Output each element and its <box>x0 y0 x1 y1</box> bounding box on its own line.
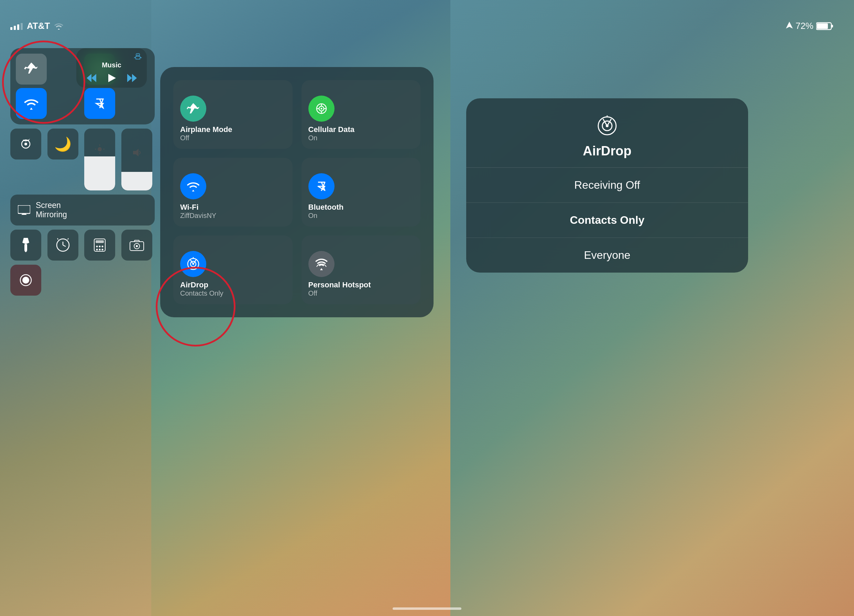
svg-point-29 <box>102 246 104 247</box>
wifi-status-icon <box>54 22 64 30</box>
svg-point-30 <box>96 249 98 251</box>
cellular-data-expanded-button[interactable]: Cellular Data On <box>302 80 421 149</box>
svg-marker-42 <box>127 74 132 82</box>
airplane-mode-sublabel: Off <box>180 134 189 142</box>
airplane-mode-icon <box>186 102 200 116</box>
wifi-button[interactable] <box>16 88 47 119</box>
svg-marker-39 <box>92 74 96 82</box>
cellular-data-label: Cellular Data <box>308 125 355 134</box>
cellular-data-icon <box>314 101 329 116</box>
svg-point-28 <box>99 246 101 247</box>
orientation-lock-icon <box>19 137 33 151</box>
expanded-control-center: Airplane Mode Off Cellular Data On <box>160 67 433 317</box>
brightness-icon <box>95 144 105 154</box>
flashlight-icon <box>21 238 30 252</box>
prev-track-icon[interactable] <box>87 74 96 82</box>
screen-mirroring-icon <box>18 205 30 215</box>
svg-rect-2 <box>817 23 828 29</box>
volume-icon <box>132 148 142 158</box>
bluetooth-expanded-button[interactable]: Bluetooth On <box>302 158 421 227</box>
svg-point-35 <box>136 245 138 247</box>
clock-button[interactable] <box>47 230 78 261</box>
music-widget: Music <box>76 48 147 88</box>
airplane-mode-label: Airplane Mode <box>180 125 232 134</box>
wifi-icon <box>23 97 40 110</box>
airdrop-sublabel: Contacts Only <box>180 290 223 297</box>
hotspot-sublabel: Off <box>308 290 317 297</box>
wifi-expanded-sublabel: ZiffDavisNY <box>180 212 216 220</box>
battery-area: 72% <box>786 21 833 31</box>
svg-marker-43 <box>132 74 137 82</box>
svg-rect-26 <box>96 240 104 243</box>
svg-point-46 <box>320 108 322 110</box>
svg-line-24 <box>68 238 69 239</box>
airplane-icon <box>23 61 39 77</box>
airdrop-everyone-option[interactable]: Everyone <box>466 238 748 273</box>
moon-icon: 🌙 <box>54 136 72 152</box>
screen-mirroring-label: ScreenMirroring <box>36 201 67 219</box>
svg-point-11 <box>24 143 27 145</box>
svg-point-31 <box>99 249 101 251</box>
right-panel-bg <box>450 0 854 616</box>
airdrop-contacts-only-option[interactable]: Contacts Only <box>466 203 748 238</box>
airdrop-receiving-off-option[interactable]: Receiving Off <box>466 168 748 203</box>
airdrop-button[interactable]: AirDrop Contacts Only <box>173 235 293 304</box>
bluetooth-expanded-icon <box>316 179 327 194</box>
location-icon <box>786 22 793 30</box>
bluetooth-button[interactable] <box>84 88 115 119</box>
svg-point-27 <box>96 246 98 247</box>
camera-button[interactable] <box>121 230 152 261</box>
clock-icon <box>55 238 70 253</box>
do-not-disturb-button[interactable]: 🌙 <box>47 128 78 160</box>
svg-point-37 <box>22 277 29 284</box>
hotspot-label: Personal Hotspot <box>308 281 371 290</box>
hotspot-button[interactable]: Personal Hotspot Off <box>302 235 421 304</box>
wifi-expanded-button[interactable]: Wi-Fi ZiffDavisNY <box>173 158 293 227</box>
next-track-icon[interactable] <box>127 74 137 82</box>
airdrop-menu-icon <box>595 114 619 137</box>
hotspot-icon <box>314 256 329 271</box>
svg-marker-41 <box>108 74 116 82</box>
signal-strength-icon <box>10 22 23 30</box>
svg-rect-18 <box>18 205 30 213</box>
svg-line-23 <box>57 238 58 239</box>
bluetooth-icon <box>93 95 106 112</box>
orientation-lock-button[interactable] <box>10 128 41 160</box>
svg-point-32 <box>102 249 104 251</box>
bluetooth-expanded-label: Bluetooth <box>308 203 344 212</box>
svg-rect-1 <box>831 25 833 27</box>
brightness-slider[interactable] <box>84 128 115 191</box>
screen-mirroring-button[interactable]: ScreenMirroring <box>10 195 155 226</box>
svg-marker-17 <box>133 149 139 156</box>
carrier-label: AT&T <box>27 21 50 31</box>
battery-percentage: 72% <box>796 21 813 31</box>
cellular-data-sublabel: On <box>308 134 318 142</box>
svg-line-22 <box>63 245 66 247</box>
airplane-mode-expanded-button[interactable]: Airplane Mode Off <box>173 80 293 149</box>
wifi-expanded-label: Wi-Fi <box>180 203 199 212</box>
record-icon <box>19 273 33 287</box>
airdrop-menu-icon-wrapper <box>593 112 621 140</box>
status-bar: AT&T <box>10 21 148 31</box>
airplay-icon[interactable] <box>134 53 142 60</box>
svg-point-12 <box>98 147 102 151</box>
airdrop-icon <box>186 256 201 271</box>
svg-rect-19 <box>24 244 27 251</box>
airdrop-label: AirDrop <box>180 281 208 290</box>
airdrop-menu-header: AirDrop <box>466 98 748 168</box>
airdrop-menu: AirDrop Receiving Off Contacts Only Ever… <box>466 98 748 273</box>
wifi-expanded-icon <box>186 180 201 192</box>
play-icon[interactable] <box>107 73 117 83</box>
calculator-icon <box>93 238 106 252</box>
svg-marker-40 <box>87 74 92 82</box>
battery-icon <box>816 22 833 30</box>
volume-slider[interactable] <box>121 128 152 191</box>
home-indicator <box>393 607 461 610</box>
screen-record-button[interactable] <box>10 265 41 296</box>
airplane-mode-button[interactable] <box>16 53 47 85</box>
music-title: Music <box>81 61 142 69</box>
bluetooth-expanded-sublabel: On <box>308 212 318 220</box>
flashlight-button[interactable] <box>10 230 41 261</box>
airdrop-menu-title: AirDrop <box>583 144 631 159</box>
calculator-button[interactable] <box>84 230 115 261</box>
